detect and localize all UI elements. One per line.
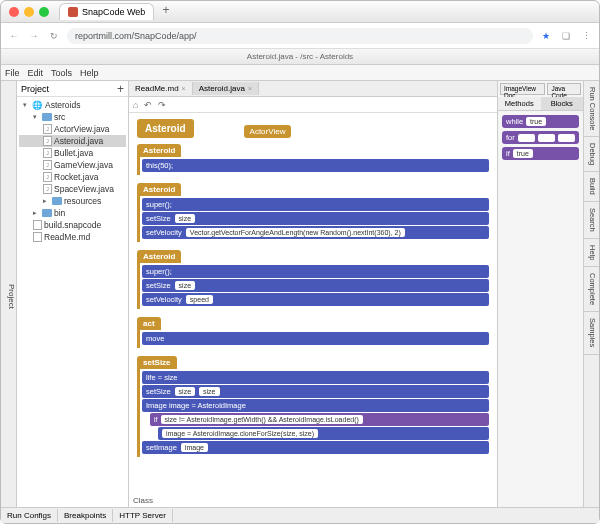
code-block[interactable]: setVelocityVector.getVectorForAngleAndLe… — [142, 226, 489, 239]
menu-help[interactable]: Help — [80, 68, 99, 78]
tree-readme[interactable]: ReadMe.md — [19, 231, 126, 243]
code-block[interactable]: setSizesize — [142, 212, 489, 225]
code-block[interactable]: Image image = AsteroidImage — [142, 399, 489, 412]
block-canvas[interactable]: Asteroid ActorView Asteroid this(50); As… — [129, 113, 497, 507]
code-block[interactable]: setImageimage — [142, 441, 489, 454]
close-tab-icon[interactable]: × — [248, 85, 252, 92]
tree-file[interactable]: JActorView.java — [19, 123, 126, 135]
favicon-icon — [68, 7, 78, 17]
toolbar-redo-icon[interactable]: ↷ — [158, 100, 166, 110]
complete-tab[interactable]: Complete — [584, 267, 599, 312]
back-icon[interactable]: ← — [7, 29, 21, 43]
tree-file[interactable]: JGameView.java — [19, 159, 126, 171]
project-tree: ▾🌐Asteroids ▾src JActorView.java JAstero… — [17, 97, 128, 245]
folder-icon — [52, 197, 62, 205]
code-block[interactable]: setSizesize — [142, 279, 489, 292]
menu-icon[interactable]: ⋮ — [579, 29, 593, 43]
extensions-icon[interactable]: ❏ — [559, 29, 573, 43]
bookmark-icon[interactable]: ★ — [539, 29, 553, 43]
new-tab-button[interactable]: + — [154, 3, 177, 20]
project-sidebar-tab[interactable]: Project — [1, 81, 17, 507]
debug-tab[interactable]: Debug — [584, 137, 599, 172]
code-block[interactable]: setSizesizesize — [142, 385, 489, 398]
file-tab-asteroid[interactable]: Asteroid.java× — [193, 82, 259, 95]
toolbar-undo-icon[interactable]: ↶ — [144, 100, 152, 110]
close-tab-icon[interactable]: × — [182, 85, 186, 92]
method-header[interactable]: Asteroid — [137, 250, 181, 263]
code-block[interactable]: super(); — [142, 198, 489, 211]
tree-build[interactable]: build.snapcode — [19, 219, 126, 231]
method-header[interactable]: Asteroid — [137, 183, 181, 196]
tree-resources[interactable]: ▸resources — [19, 195, 126, 207]
folder-icon — [42, 209, 52, 217]
method-header[interactable]: Asteroid — [137, 144, 181, 157]
toolbar-home-icon[interactable]: ⌂ — [133, 100, 138, 110]
methods-tab[interactable]: Methods — [498, 97, 541, 110]
breakpoints-button[interactable]: Breakpoints — [58, 509, 113, 522]
java-code-button[interactable]: Java Code — [547, 83, 581, 95]
browser-tab[interactable]: SnapCode Web — [59, 3, 154, 20]
blocks-panel: ImageView Doc Java Code Methods Blocks w… — [497, 81, 583, 507]
imageview-doc-button[interactable]: ImageView Doc — [500, 83, 545, 95]
http-server-button[interactable]: HTTP Server — [113, 509, 173, 522]
tree-file[interactable]: JSpaceView.java — [19, 183, 126, 195]
project-sidebar: Project + ▾🌐Asteroids ▾src JActorView.ja… — [17, 81, 129, 507]
url-field[interactable]: reportmill.com/SnapCode/app/ — [67, 28, 533, 44]
run-configs-button[interactable]: Run Configs — [1, 509, 58, 522]
tree-root[interactable]: ▾🌐Asteroids — [19, 99, 126, 111]
tree-src[interactable]: ▾src — [19, 111, 126, 123]
menu-file[interactable]: File — [5, 68, 20, 78]
superclass-block[interactable]: ActorView — [244, 125, 292, 138]
code-block[interactable]: move — [142, 332, 489, 345]
menu-edit[interactable]: Edit — [28, 68, 44, 78]
method-header[interactable]: act — [137, 317, 161, 330]
close-window-icon[interactable] — [9, 7, 19, 17]
if-block[interactable]: ifsize != AsteroidImage.getWidth() && As… — [150, 413, 489, 426]
code-block[interactable]: life = size — [142, 371, 489, 384]
forward-icon[interactable]: → — [27, 29, 41, 43]
reload-icon[interactable]: ↻ — [47, 29, 61, 43]
tab-title: SnapCode Web — [82, 7, 145, 17]
build-tab[interactable]: Build — [584, 172, 599, 202]
class-name-block[interactable]: Asteroid — [137, 119, 194, 138]
code-block[interactable]: setVelocityspeed — [142, 293, 489, 306]
menubar: File Edit Tools Help — [1, 65, 599, 81]
method-header[interactable]: setSize — [137, 356, 177, 369]
tree-file[interactable]: JBullet.java — [19, 147, 126, 159]
project-header: Project — [21, 84, 49, 94]
if-block[interactable]: iftrue — [502, 147, 579, 160]
add-project-button[interactable]: + — [117, 82, 124, 96]
blocks-tab[interactable]: Blocks — [541, 97, 584, 110]
maximize-window-icon[interactable] — [39, 7, 49, 17]
editor-toolbar: ⌂ ↶ ↷ — [129, 97, 497, 113]
class-label: Class — [129, 494, 157, 507]
menu-tools[interactable]: Tools — [51, 68, 72, 78]
app-title: Asteroid.java - /src - Asteroids — [1, 49, 599, 65]
search-tab[interactable]: Search — [584, 202, 599, 239]
help-tab[interactable]: Help — [584, 239, 599, 267]
file-tab-readme[interactable]: ReadMe.md× — [129, 82, 193, 95]
code-block[interactable]: this(50); — [142, 159, 489, 172]
folder-icon — [42, 113, 52, 121]
for-block[interactable]: for — [502, 131, 579, 144]
samples-tab[interactable]: Samples — [584, 312, 599, 354]
code-block[interactable]: super(); — [142, 265, 489, 278]
minimize-window-icon[interactable] — [24, 7, 34, 17]
tree-file[interactable]: JRocket.java — [19, 171, 126, 183]
run-console-tab[interactable]: Run Console — [584, 81, 599, 137]
tree-bin[interactable]: ▸bin — [19, 207, 126, 219]
code-block[interactable]: image = AsteroidImage.cloneForSize(size,… — [158, 427, 489, 440]
tree-file-selected[interactable]: JAsteroid.java — [19, 135, 126, 147]
while-block[interactable]: whiletrue — [502, 115, 579, 128]
